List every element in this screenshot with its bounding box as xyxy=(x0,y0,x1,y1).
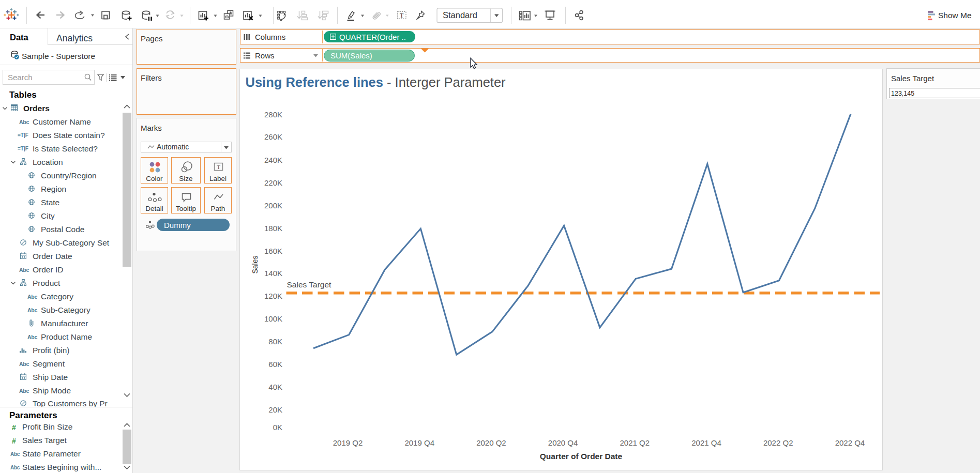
svg-text:2019 Q2: 2019 Q2 xyxy=(333,438,363,447)
svg-text:0K: 0K xyxy=(273,423,282,432)
svg-text:160K: 160K xyxy=(264,247,282,255)
svg-text:2021 Q2: 2021 Q2 xyxy=(620,438,650,447)
svg-text:200K: 200K xyxy=(264,201,282,210)
svg-text:100K: 100K xyxy=(264,314,282,323)
svg-text:40K: 40K xyxy=(268,383,282,391)
svg-text:2019 Q4: 2019 Q4 xyxy=(404,438,434,447)
svg-text:220K: 220K xyxy=(264,178,282,187)
svg-text:Sales Target: Sales Target xyxy=(287,280,332,289)
svg-text:60K: 60K xyxy=(268,360,282,369)
svg-text:240K: 240K xyxy=(264,156,282,164)
svg-text:280K: 280K xyxy=(264,110,282,119)
svg-text:2020 Q2: 2020 Q2 xyxy=(476,438,506,447)
svg-text:2021 Q4: 2021 Q4 xyxy=(691,438,721,447)
svg-text:80K: 80K xyxy=(268,337,282,346)
svg-text:260K: 260K xyxy=(264,132,282,141)
svg-text:Standard: Standard xyxy=(443,10,477,20)
svg-text:20K: 20K xyxy=(268,405,282,414)
svg-text:2022 Q2: 2022 Q2 xyxy=(763,438,793,447)
svg-text:Sales: Sales xyxy=(251,255,259,273)
svg-text:Quarter of Order Date: Quarter of Order Date xyxy=(540,452,623,461)
svg-text:140K: 140K xyxy=(264,269,282,278)
svg-text:120K: 120K xyxy=(264,292,282,300)
svg-text:180K: 180K xyxy=(264,224,282,233)
svg-text:2022 Q4: 2022 Q4 xyxy=(835,438,865,447)
svg-text:T: T xyxy=(217,164,220,170)
svg-text:T: T xyxy=(400,12,404,19)
svg-text:Show Me: Show Me xyxy=(938,11,972,20)
svg-text:2020 Q4: 2020 Q4 xyxy=(548,438,578,447)
